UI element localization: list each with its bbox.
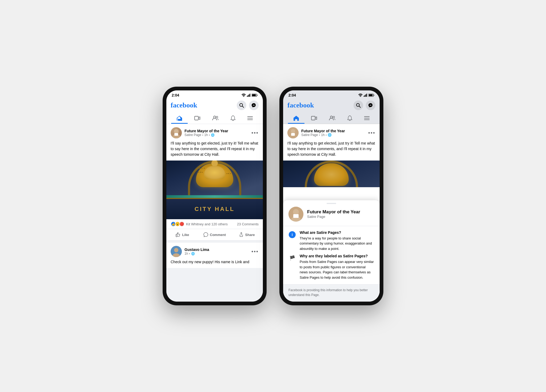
svg-point-24 [360,97,361,97]
messenger-button-2[interactable] [366,101,375,110]
comments-count-1[interactable]: 23 Comments [237,222,259,226]
nav-friends-1[interactable] [207,113,224,124]
post-author-1: Future Mayor of the Year Satire Page • 1… [171,127,228,138]
home-icon-2 [293,115,299,121]
post-image-clip-2 [283,161,380,187]
nav-menu-1[interactable] [242,113,258,124]
status-icons-2 [358,94,374,97]
nav-home-2[interactable] [288,113,304,124]
time-ago-1: 1h [204,133,208,137]
svg-rect-1 [247,96,248,97]
battery-icon-2 [368,94,374,97]
svg-point-12 [216,116,218,118]
feed-2: Future Mayor of the Year Satire Page • 1… [283,124,380,302]
svg-rect-2 [248,95,249,97]
search-button-1[interactable] [237,101,246,110]
satire-item-2: 🏴 Why are they labeled as Satire Pages? … [288,254,374,280]
gustavo-name-1: Gustavo Lima [184,247,209,252]
nav-bell-2[interactable] [342,113,358,124]
satire-overlay: Future Mayor of the Year Satire Page i W… [283,200,380,302]
satire-a2: Posts from Satire Pages can appear very … [300,259,374,280]
status-bar-2: 2:04 [283,90,380,98]
overlay-page-name: Future Mayor of the Year [307,209,360,215]
nav-home-1[interactable] [171,113,188,124]
post-card-1: Future Mayor of the Year Satire Page • 1… [166,124,263,241]
svg-rect-26 [365,95,366,97]
post-card-2: Gustavo Lima 1h • 🌐 ••• Check out my new… [166,243,263,268]
svg-point-22 [174,248,178,252]
messenger-icon-2 [368,103,373,108]
more-button-1[interactable]: ••• [251,130,259,136]
svg-rect-28 [367,94,367,97]
post-text-2: I'll say anything to get elected, just t… [283,141,380,161]
svg-rect-25 [364,96,364,97]
post-actions-1: Like Comment Share [166,229,263,241]
post-text-1: I'll say anything to get elected, just t… [166,141,263,161]
share-button-1[interactable]: Share [231,230,263,239]
friends-icon-2 [329,116,335,121]
signal-icon [247,94,251,97]
overlay-avatar [288,207,303,222]
satire-item-1: i What are Satire Pages? They're a way f… [288,230,374,251]
menu-icon-1 [247,116,253,120]
fb-nav-1 [171,112,259,124]
fb-nav-2 [287,112,375,124]
phone-1: 2:04 [163,87,267,305]
share-icon-1 [239,232,244,237]
gustavo-meta-1: 1h • 🌐 [184,252,209,255]
overlay-footer: Facebook is providing this information t… [283,285,380,302]
overlay-handle [283,200,380,207]
author-meta-2: Satire Page • 1h • 🌐 [301,133,345,137]
satire-label-1: Satire Page [184,133,201,137]
svg-rect-7 [257,95,258,96]
svg-rect-34 [311,116,315,120]
svg-point-18 [174,129,178,133]
phone-2: 2:04 [279,87,383,305]
svg-rect-46 [293,214,299,218]
more-button-2[interactable]: ••• [251,249,259,255]
friends-icon-1 [212,116,219,121]
bell-icon-2 [347,115,352,121]
nav-bell-1[interactable] [225,113,241,124]
comment-label-1: Comment [210,233,226,237]
svg-rect-10 [195,116,198,120]
flag-icon: 🏴 [289,255,295,261]
gustavo-post-text-1: Check out my new puppy! His name is Link… [166,259,263,268]
mayor-avatar-2 [287,127,299,138]
nav-menu-2[interactable] [359,113,375,124]
satire-q1: What are Satire Pages? [300,230,374,235]
svg-point-36 [333,116,335,118]
fb-header-1: facebook [166,98,263,124]
svg-rect-19 [174,133,178,136]
like-button-1[interactable]: Like [166,230,199,239]
gustavo-avatar-image-1 [171,246,182,257]
svg-rect-31 [374,95,374,96]
handle-bar [327,203,336,204]
fb-header-2: facebook [283,98,380,124]
svg-rect-4 [250,94,251,97]
like-label-1: Like [182,233,189,237]
svg-rect-27 [366,94,366,97]
overlay-page-info: Future Mayor of the Year Satire Page [283,207,380,226]
nav-video-1[interactable] [189,113,206,124]
comment-icon-1 [203,232,208,237]
svg-rect-3 [249,94,250,97]
svg-rect-6 [252,94,256,96]
search-icon-2 [356,103,361,108]
mayor-avatar-image-2 [287,127,299,138]
gustavo-globe-1: 🌐 [191,252,195,255]
city-hall-sign: CITY HALL [195,206,235,213]
comment-button-1[interactable]: Comment [199,230,231,239]
reactions-summary-1: Kit Whitney and 120 others [186,222,228,226]
svg-rect-30 [369,94,373,96]
svg-line-9 [242,106,244,107]
more-button-3[interactable]: ••• [368,130,375,136]
messenger-button-1[interactable] [249,101,259,110]
video-icon-1 [194,116,200,121]
nav-friends-2[interactable] [324,113,341,124]
globe-icon-1: 🌐 [211,133,215,137]
search-button-2[interactable] [354,101,363,110]
svg-point-41 [291,129,295,133]
like-icon-1 [176,232,180,237]
nav-video-2[interactable] [306,113,322,124]
